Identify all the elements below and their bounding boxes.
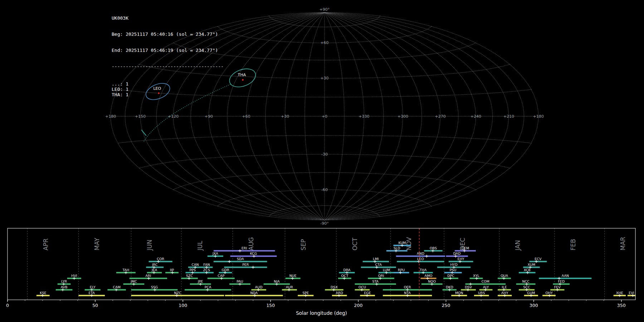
x-axis-title: Solar longitude (deg) [8,310,635,316]
shower-label-ahy: AHY [501,291,508,295]
shower-label-dad: DAD [453,252,461,255]
shower-label-cor: COR [157,257,164,261]
lat-label: -60 [321,187,328,192]
shower-label-xcb: XCB [524,268,531,272]
chart-frame [8,228,635,300]
shower-label-ely: ELY [90,285,96,289]
lat-label: -30 [321,152,328,157]
radiant-ellipse-tha [227,65,258,90]
shower-label-pau: PAU [236,279,243,283]
shower-label-eta: ETA [89,291,95,295]
shower-label-kum: KUM [398,241,406,245]
shower-label-ncc: NCC [522,279,530,283]
separator-line: ---------------------------------------- [112,64,224,69]
shower-count-list: ...: 1LEO: 1THA: 1 [112,81,224,97]
begin-time-line: Beg: 20251117 05:40:16 (sol = 234.77°) [112,31,224,37]
lat-label: +60 [320,40,328,45]
month-label: MAY [93,238,101,250]
lon-label: +270 [435,114,445,119]
lon-label: +240 [470,114,481,119]
shower-label-ecv: ECV [535,257,542,261]
shower-label-gum: GUM [527,291,535,295]
lon-label: +300 [397,114,408,119]
shower-label-kse: KSE [40,291,46,295]
shower-label-ehy: EHY [458,257,464,261]
shower-label-xhe: XHE [616,291,623,295]
lon-label: +90 [205,114,213,119]
shower-label-oer: OER [404,285,411,289]
shower-label-ile: ILE [502,285,507,289]
shower-count-leo: LEO: 1 [112,87,224,92]
shower-label-sta: STA [372,279,379,283]
shower-label-hvi: HVI [71,274,77,278]
shower-label-lyr: LYR [61,279,67,283]
shower-label-spe: SPE [303,291,309,295]
x-tick-label: 350 [617,303,626,308]
x-tick-label: 0 [6,303,9,308]
shower-label-ari: ARI [145,274,151,278]
shower-label-dsv: DSV [465,285,472,289]
shower-label-sda: SDA [237,257,244,261]
month-label: APR [42,238,49,250]
x-tick-label: 300 [530,303,538,308]
shower-label-pca: PCA [205,285,211,289]
shower-label-can: CAN [191,263,199,267]
shower-label-nda: NDA [250,291,258,295]
shower-label-mon: MON [455,291,463,295]
month-label: JAN [514,240,521,251]
shower-label-xyl: XYL [473,274,479,278]
shower-label-nue: NUE [289,274,297,278]
shower-label-ege: EGE [364,291,371,295]
shower-label-ori: ORI [378,274,384,278]
month-label: MAR [619,237,626,250]
end-time-line: End: 20251117 05:46:19 (sol = 234.77°) [112,48,224,53]
shower-label-urs: URS [478,291,485,295]
shower-label-amo: AMO [424,274,432,278]
shower-label-qua: QUA [501,274,508,278]
month-label: NOV [405,237,413,250]
shower-label-tah: TAH [122,268,130,272]
shower-label-aly: ALY [483,285,489,289]
shower-activity-chart: APRMAYJUNJULAUGSEPOCTNOVDECJANFEBMAR0501… [0,225,644,322]
lon-label: +120 [168,114,179,119]
shower-label-ssg: SSG [151,285,158,289]
shower-label-obs: OBS [430,246,437,250]
shower-label-cta: CTA [375,263,382,267]
month-label: SEP [300,239,307,250]
x-tick-label: 100 [179,303,187,308]
month-label: OCT [351,238,358,250]
x-tick-label: 150 [266,303,275,308]
shower-label-dkd: DKD [446,285,453,289]
shower-label-zcs: ZCS [203,268,210,272]
shower-label-fan: FAN [203,263,210,267]
shower-label-ard: ARD [336,291,343,295]
meteor-radiant-dot [242,79,244,80]
shower-label-sld: SLD [394,246,400,250]
shower-label-jmc: JMC [130,279,137,283]
shower-label-dra: DRA [343,268,351,272]
lon-label: +0 [322,114,327,119]
shower-label-jxa: JXA [212,252,218,255]
radiant-sky-map: +180+150+120+90+60+30+0+330+300+270+240+… [0,0,644,232]
month-label: AUG [248,237,255,250]
x-tick-label: 50 [92,303,98,308]
shower-label-lmi: LMI [373,257,379,261]
x-tick-label: 250 [442,303,450,308]
radiant-label-tha: THA [238,73,246,77]
shower-label-jrc: JRC [152,263,158,267]
shower-label-aud: AUD [255,285,263,289]
shower-label-hyd: HYD [450,263,457,267]
shower-label-aur: AUR [286,285,293,289]
shower-label-leo: LEO [417,257,424,261]
shower-label-nzc: NZC [174,291,181,295]
shower-label-cam: CAM [113,285,121,289]
observation-info-panel: UK003K Beg: 20251117 05:40:16 (sol = 234… [112,5,224,108]
month-label: JUL [196,241,204,251]
shower-label-lum: LUM [383,268,390,272]
shower-count-tha: THA: 1 [112,92,224,97]
shower-label-per: PER [242,263,249,267]
shower-label-avb: AVB [61,285,68,289]
shower-label-iip: IIP [170,268,174,272]
shower-label-psu: PSU [450,268,457,272]
lon-label: +150 [135,114,146,119]
